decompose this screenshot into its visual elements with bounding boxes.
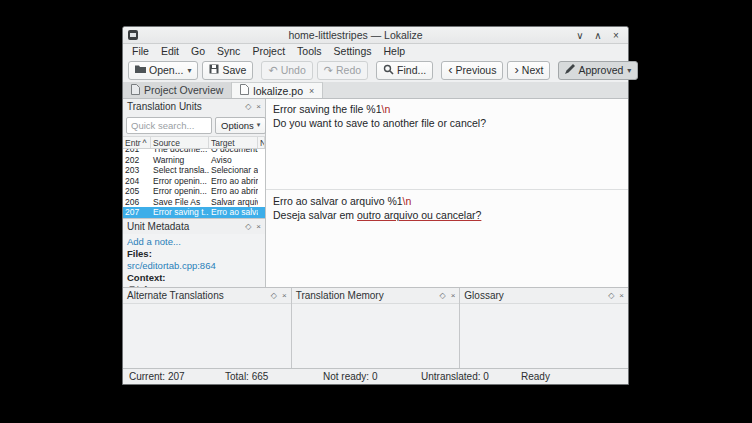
unit-metadata-dock: Unit Metadata ◇ × Add a note... Files: s… — [123, 218, 265, 298]
undo-button[interactable]: ↶ Undo — [261, 61, 312, 80]
tab-close-icon[interactable]: × — [309, 86, 314, 96]
chevron-down-icon: ▾ — [257, 121, 261, 129]
previous-button[interactable]: ‹ Previous — [441, 61, 503, 80]
open-button[interactable]: Open... ▾ — [128, 61, 198, 80]
tab-project-overview[interactable]: Project Overview — [123, 82, 232, 98]
chevron-right-icon: › — [514, 63, 518, 76]
maximize-button[interactable]: ∧ — [591, 28, 605, 43]
previous-label: Previous — [456, 64, 497, 76]
translation-memory-header: Translation Memory ◇ × — [292, 288, 460, 303]
menu-file[interactable]: File — [126, 45, 155, 57]
col-notes: N — [258, 137, 265, 148]
col-target: Target — [209, 137, 258, 148]
search-icon — [383, 64, 394, 77]
cell-source: Error openin... — [151, 186, 209, 197]
cell-entry: 205 — [123, 186, 151, 197]
unit-metadata-header: Unit Metadata ◇ × — [123, 219, 265, 234]
float-icon[interactable]: ◇ — [245, 102, 251, 111]
options-button[interactable]: Options ▾ — [215, 117, 266, 134]
find-button[interactable]: Find... — [376, 61, 433, 80]
close-icon[interactable]: × — [256, 102, 261, 111]
redo-label: Redo — [336, 64, 361, 76]
bottom-docks: Alternate Translations ◇ × Translation M… — [123, 287, 628, 368]
glossary-header: Glossary ◇ × — [460, 288, 628, 303]
menu-help[interactable]: Help — [378, 45, 412, 57]
source-line1: Error saving the file %1 — [273, 103, 382, 115]
tab-lokalize-po[interactable]: lokalize.po × — [232, 82, 323, 98]
undo-label: Undo — [281, 64, 306, 76]
save-label: Save — [222, 64, 246, 76]
table-row[interactable]: 204 Error openin... Erro ao abrir ... — [123, 176, 265, 187]
table-row[interactable]: 205 Error openin... Erro ao abrir ... — [123, 186, 265, 197]
cell-source: Select transla... — [151, 165, 209, 176]
table-row[interactable]: 206 Save File As Salvar arquiv... — [123, 197, 265, 208]
source-text-area[interactable]: Error saving the file %1\n Do you want t… — [266, 99, 628, 190]
options-label: Options — [221, 120, 254, 131]
alternate-translations-header: Alternate Translations ◇ × — [123, 288, 291, 303]
search-row: Options ▾ — [123, 114, 265, 136]
translation-editor: Error saving the file %1\n Do you want t… — [266, 99, 628, 287]
folder-icon — [135, 64, 146, 76]
close-button[interactable]: × — [609, 28, 623, 43]
redo-button[interactable]: ↷ Redo — [317, 61, 368, 80]
close-icon[interactable]: × — [256, 222, 261, 231]
dock-title: Translation Units — [127, 101, 202, 112]
alternate-translations-dock: Alternate Translations ◇ × — [123, 288, 292, 368]
menu-tools[interactable]: Tools — [291, 45, 328, 57]
status-untranslated: Untranslated: 0 — [421, 371, 521, 382]
context-label: Context: — [127, 272, 261, 284]
close-icon[interactable]: × — [282, 291, 287, 300]
approved-toggle[interactable]: Approved ▾ — [558, 61, 638, 80]
lokalize-window: home-littlestripes — Lokalize ∨ ∧ × File… — [122, 26, 629, 385]
save-button[interactable]: Save — [202, 61, 253, 80]
cell-entry: 203 — [123, 165, 151, 176]
table-row[interactable]: 202 Warning Aviso — [123, 155, 265, 166]
units-table: 201 The docume... O document... 202 Warn… — [123, 149, 265, 218]
translation-memory-dock: Translation Memory ◇ × — [292, 288, 461, 368]
cell-target: Erro ao abrir ... — [209, 186, 258, 197]
cell-entry: 204 — [123, 176, 151, 187]
find-label: Find... — [397, 64, 426, 76]
target-text-area[interactable]: Erro ao salvar o arquivo %1\n Deseja sal… — [266, 190, 628, 287]
cell-source: Save File As — [151, 197, 209, 208]
cell-target: Salvar arquiv... — [209, 197, 258, 208]
chevron-down-icon: ▾ — [627, 66, 631, 75]
window-title: home-littlestripes — Lokalize — [142, 29, 569, 41]
quick-search-input[interactable] — [126, 117, 212, 134]
minimize-button[interactable]: ∨ — [573, 28, 587, 43]
escape-sequence: \n — [403, 195, 412, 207]
table-row-selected[interactable]: 207 Error saving t... Erro ao salvar... — [123, 207, 265, 218]
app-icon — [128, 30, 138, 40]
target-line2-underlined: outro arquivo ou cancelar? — [357, 209, 481, 221]
cell-source: Error openin... — [151, 176, 209, 187]
file-link[interactable]: src/editortab.cpp:864 — [127, 260, 261, 272]
approved-label: Approved — [578, 64, 623, 76]
float-icon[interactable]: ◇ — [440, 291, 446, 300]
status-current: Current: 207 — [129, 371, 225, 382]
menu-go[interactable]: Go — [185, 45, 211, 57]
col-entry: Entr — [125, 138, 141, 148]
redo-icon: ↷ — [324, 65, 333, 76]
titlebar[interactable]: home-littlestripes — Lokalize ∨ ∧ × — [123, 27, 628, 44]
next-button[interactable]: › Next — [507, 61, 550, 80]
toolbar: Open... ▾ Save ↶ Undo ↷ Redo Find... — [123, 58, 628, 82]
cell-target: Selecionar ar... — [209, 165, 258, 176]
float-icon[interactable]: ◇ — [608, 291, 614, 300]
menu-sync[interactable]: Sync — [211, 45, 246, 57]
float-icon[interactable]: ◇ — [271, 291, 277, 300]
menu-settings[interactable]: Settings — [328, 45, 378, 57]
status-not-ready: Not ready: 0 — [323, 371, 421, 382]
chevron-down-icon: ▾ — [187, 66, 191, 75]
add-note-link[interactable]: Add a note... — [127, 236, 261, 248]
close-icon[interactable]: × — [619, 291, 624, 300]
menu-project[interactable]: Project — [246, 45, 291, 57]
table-row[interactable]: 203 Select transla... Selecionar ar... — [123, 165, 265, 176]
tab-label: lokalize.po — [253, 85, 303, 97]
dock-title: Glossary — [464, 290, 503, 301]
close-icon[interactable]: × — [451, 291, 456, 300]
menu-edit[interactable]: Edit — [155, 45, 185, 57]
float-icon[interactable]: ◇ — [245, 222, 251, 231]
statusbar: Current: 207 Total: 665 Not ready: 0 Unt… — [123, 368, 628, 384]
table-header[interactable]: Entr^ Source Target N — [123, 136, 265, 149]
main-content: Translation Units ◇ × Options ▾ — [123, 99, 628, 287]
